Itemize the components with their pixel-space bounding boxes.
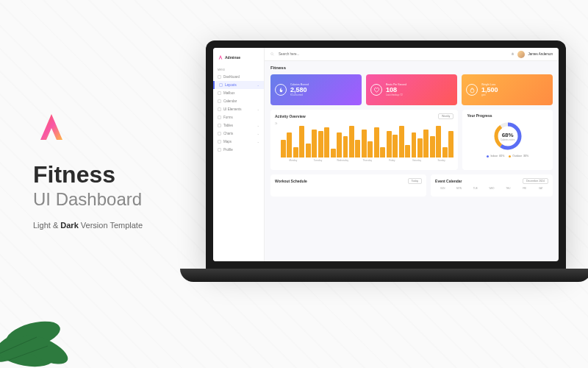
chart-bar xyxy=(423,130,429,158)
menu-icon xyxy=(218,124,221,127)
svg-rect-13 xyxy=(218,132,221,135)
notification-icon[interactable] xyxy=(511,52,514,56)
decorative-leaf xyxy=(0,280,96,368)
calendar-day-header: THU xyxy=(501,187,515,190)
chart-bar xyxy=(355,140,360,158)
activity-filter[interactable]: Weekly xyxy=(438,113,453,119)
activity-overview-panel: Activity Overview Weekly 2k MondayTuesda… xyxy=(270,110,458,170)
stat-card-weight[interactable]: Weight Loss 1,500 gain xyxy=(462,74,553,105)
event-calendar-panel: Event Calendar December 2024 SUNMONTUEWE… xyxy=(431,174,553,197)
svg-line-17 xyxy=(273,54,273,55)
svg-rect-15 xyxy=(218,149,221,152)
svg-rect-9 xyxy=(218,100,221,103)
user-name[interactable]: James Anderson xyxy=(528,52,553,56)
chart-bar xyxy=(448,131,453,158)
svg-rect-8 xyxy=(218,92,221,95)
chart-bar xyxy=(281,140,286,158)
chart-bar xyxy=(412,132,417,158)
menu-icon xyxy=(218,140,221,144)
page-title: Fitness xyxy=(270,66,553,70)
menu-icon xyxy=(218,107,221,111)
chevron-down-icon: ⌄ xyxy=(257,84,259,87)
chart-bar xyxy=(312,130,317,158)
progress-donut-chart: 68% Calories eaten xyxy=(492,121,523,152)
user-avatar[interactable] xyxy=(517,51,525,58)
marketing-title: Fitness xyxy=(33,162,143,188)
calendar-day-header: TUE xyxy=(468,187,483,190)
svg-rect-12 xyxy=(218,124,221,127)
flame-icon xyxy=(275,84,287,96)
svg-rect-6 xyxy=(218,76,221,79)
workout-schedule-panel: Workout Schedule Today xyxy=(270,174,426,197)
chart-bar xyxy=(417,138,423,158)
topbar: James Anderson xyxy=(265,48,559,61)
laptop-mockup: Adminse MENU DashboardLayouts⌄MailboxCal… xyxy=(206,40,566,320)
chart-bar xyxy=(318,131,323,158)
sidebar: Adminse MENU DashboardLayouts⌄MailboxCal… xyxy=(213,48,265,261)
calendar-month[interactable]: December 2024 xyxy=(523,178,548,184)
sidebar-brand[interactable]: Adminse xyxy=(213,52,264,63)
menu-icon xyxy=(218,75,221,79)
chart-bar xyxy=(324,127,329,158)
chart-bar xyxy=(306,144,311,158)
sidebar-item-mailbox[interactable]: Mailbox xyxy=(213,89,264,97)
marketing-subtitle: UI Dashboard xyxy=(33,189,143,210)
svg-rect-11 xyxy=(218,116,221,119)
chart-bar xyxy=(374,127,379,158)
stat-card-calories[interactable]: Calories Burned 2,580 KCal burned xyxy=(270,74,362,105)
kettlebell-icon xyxy=(466,84,478,96)
sidebar-item-dashboard[interactable]: Dashboard xyxy=(213,73,264,81)
sidebar-item-ui-elements[interactable]: UI Elements⌄ xyxy=(213,105,264,113)
sidebar-item-forms[interactable]: Forms xyxy=(213,113,264,121)
search-input[interactable] xyxy=(279,52,506,56)
progress-title: Your Progress xyxy=(467,113,492,118)
menu-icon xyxy=(218,91,221,95)
sidebar-section-label: MENU xyxy=(213,67,264,73)
sidebar-item-maps[interactable]: Maps⌄ xyxy=(213,138,264,146)
chart-bar xyxy=(331,149,336,158)
chart-bar xyxy=(299,126,304,158)
chart-bar xyxy=(387,131,392,158)
menu-icon xyxy=(219,83,223,87)
chevron-down-icon: ⌄ xyxy=(257,132,259,135)
menu-icon xyxy=(218,99,221,103)
activity-bar-chart: 2k MondayTuesdayWednesdayThursdayFridayS… xyxy=(275,122,453,166)
chart-bar xyxy=(343,136,348,158)
sidebar-item-profile[interactable]: Profile xyxy=(213,146,264,154)
svg-point-16 xyxy=(271,53,273,55)
chevron-down-icon: ⌄ xyxy=(257,108,259,111)
sidebar-item-tables[interactable]: Tables⌄ xyxy=(213,121,264,130)
sidebar-item-calendar[interactable]: Calendar xyxy=(213,97,264,105)
chart-bar xyxy=(293,147,298,158)
svg-rect-10 xyxy=(218,108,221,111)
svg-point-18 xyxy=(470,88,473,92)
svg-rect-7 xyxy=(220,84,223,87)
activity-title: Activity Overview xyxy=(275,114,306,118)
menu-icon xyxy=(218,132,221,135)
chart-bar xyxy=(430,136,435,158)
search-icon xyxy=(270,52,274,56)
chart-bar xyxy=(405,145,410,158)
chevron-down-icon: ⌄ xyxy=(257,141,259,144)
menu-icon xyxy=(218,116,221,119)
chart-bar xyxy=(337,132,342,158)
chart-bar xyxy=(349,126,354,158)
stat-cards-row: Calories Burned 2,580 KCal burned Beats … xyxy=(270,74,553,105)
workout-title: Workout Schedule xyxy=(275,179,307,183)
brand-logo-icon xyxy=(218,54,223,60)
calendar-title: Event Calendar xyxy=(435,179,462,183)
stat-card-heartrate[interactable]: Beats Per Second 108 Last checkup: 72 xyxy=(366,74,457,105)
chart-bar xyxy=(362,130,367,158)
chart-bar xyxy=(436,126,441,158)
sidebar-item-charts[interactable]: Charts⌄ xyxy=(213,130,264,138)
sidebar-item-layouts[interactable]: Layouts⌄ xyxy=(213,81,264,89)
workout-filter[interactable]: Today xyxy=(408,178,422,184)
chart-bar xyxy=(392,135,398,158)
calendar-day-header: MON xyxy=(451,187,466,190)
svg-rect-14 xyxy=(218,141,221,144)
calendar-day-header: SUN xyxy=(435,187,450,190)
chevron-down-icon: ⌄ xyxy=(257,124,259,127)
chart-bar xyxy=(368,141,373,158)
chart-bar xyxy=(287,132,292,158)
progress-panel: Your Progress 68% Calories eaten xyxy=(462,110,553,170)
